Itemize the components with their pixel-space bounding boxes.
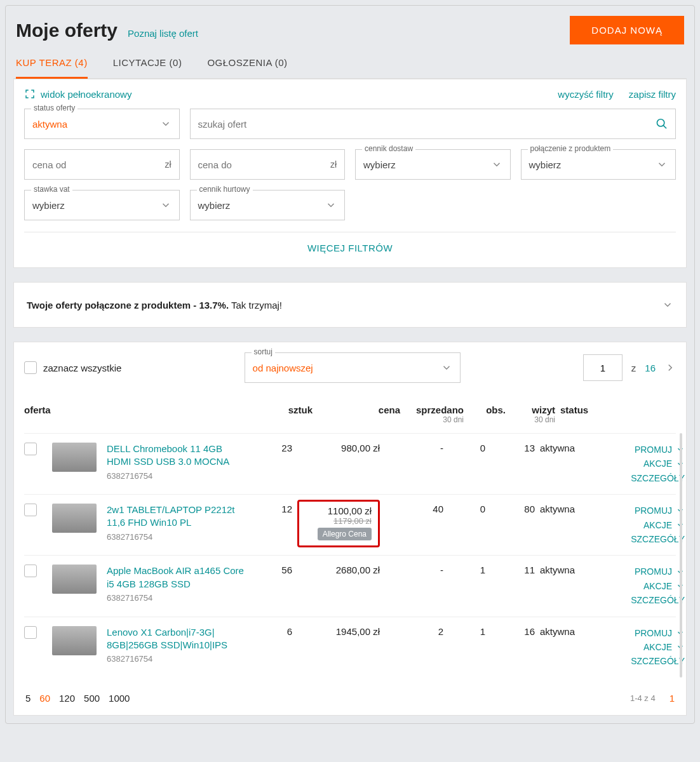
promote-action[interactable]: PROMUJ [609, 443, 685, 457]
offer-title-link[interactable]: 2w1 TABLET/LAPTOP P2212t 11,6 FHD Win10 … [107, 504, 246, 530]
offer-title-link[interactable]: Lenovo X1 Carbon|i7-3G| 8GB|256GB SSD|Wi… [107, 626, 246, 652]
chevron-down-icon [441, 362, 452, 373]
tabs: KUP TERAZ (4) LICYTACJE (0) OGŁOSZENIA (… [13, 51, 687, 79]
currency-suffix: zł [330, 159, 337, 170]
per-page-option[interactable]: 120 [59, 693, 75, 704]
header-left: Moje oferty Poznaj listę ofert [16, 20, 198, 41]
filter-grid: status oferty aktywna zł zł cennik dosta… [24, 109, 676, 220]
per-page-option[interactable]: 500 [84, 693, 100, 704]
offer-title-link[interactable]: DELL Chromebook 11 4GB HDMI SSD USB 3.0 … [107, 443, 246, 469]
row-checkbox[interactable] [24, 443, 37, 455]
col-sold: sprzedano30 dni [405, 404, 464, 424]
actions-menu[interactable]: AKCJE [609, 457, 685, 471]
price-from-input[interactable] [32, 159, 165, 170]
details-action[interactable]: SZCZEGÓŁY [609, 471, 685, 485]
table-body: DELL Chromebook 11 4GB HDMI SSD USB 3.0 … [24, 433, 676, 678]
select-all-checkbox[interactable] [24, 361, 37, 374]
fullscreen-toggle[interactable]: widok pełnoekranowy [24, 88, 131, 100]
page-sep: z [631, 363, 636, 373]
search-icon[interactable] [656, 117, 668, 130]
table-row: Apple MacBook AIR a1465 Core i5 4GB 128G… [24, 555, 676, 616]
chevron-down-icon [325, 199, 337, 211]
vat-label: stawka vat [31, 185, 72, 194]
row-sold: - [385, 443, 443, 453]
actions-menu[interactable]: AKCJE [609, 640, 685, 654]
page-input[interactable] [583, 354, 623, 381]
row-sold: 40 [385, 504, 443, 514]
offer-id: 6382716754 [107, 654, 246, 664]
row-price: 1945,00 zł [297, 626, 380, 637]
row-status: aktywna [540, 565, 603, 575]
row-qty: 6 [252, 626, 292, 637]
page-root: Moje oferty Poznaj listę ofert DODAJ NOW… [5, 5, 695, 724]
details-action[interactable]: SZCZEGÓŁY [609, 532, 685, 546]
divider [24, 232, 676, 232]
per-page-option[interactable]: 1000 [109, 693, 130, 704]
wholesale-select[interactable]: cennik hurtowy wybierz [190, 190, 346, 220]
col-status: status [560, 404, 624, 415]
filters-panel: widok pełnoekranowy wyczyść filtry zapis… [13, 79, 687, 268]
promote-action[interactable]: PROMUJ [609, 626, 685, 640]
col-visits: wizyt30 dni [511, 404, 555, 424]
row-sold: 2 [385, 626, 443, 637]
details-action[interactable]: SZCZEGÓŁY [609, 593, 685, 607]
row-price: 2680,00 zł [297, 565, 380, 575]
vat-select[interactable]: stawka vat wybierz [24, 190, 180, 220]
chevron-right-icon[interactable] [664, 362, 676, 373]
row-qty: 12 [252, 504, 292, 514]
status-value: aktywna [32, 119, 160, 130]
row-checkbox[interactable] [24, 626, 37, 639]
chevron-down-icon [656, 159, 668, 170]
range-info: 1-4 z 4 [630, 693, 656, 703]
row-sold: - [385, 565, 443, 575]
save-filters-link[interactable]: zapisz filtry [629, 89, 676, 100]
price-from-field[interactable]: zł [24, 149, 180, 180]
offer-id: 6382716754 [107, 532, 246, 542]
clear-filters-link[interactable]: wyczyść filtry [558, 89, 614, 100]
per-page-selector: 5601205001000 [25, 693, 130, 704]
price-to-input[interactable] [198, 159, 330, 170]
promote-action[interactable]: PROMUJ [609, 565, 685, 578]
page-title: Moje oferty [16, 20, 118, 41]
tab-buy-now[interactable]: KUP TERAZ (4) [16, 51, 88, 79]
price-to-field[interactable]: zł [190, 149, 346, 180]
offer-id: 6382716754 [107, 593, 246, 603]
per-page-option[interactable]: 60 [39, 693, 50, 704]
chevron-down-icon [160, 199, 172, 211]
tab-ads[interactable]: OGŁOSZENIA (0) [207, 51, 287, 78]
status-field-label: status oferty [31, 104, 77, 112]
table-header: oferta sztuk cena sprzedano30 dni obs. w… [24, 394, 676, 433]
sort-select[interactable]: sortuj od najnowszej [245, 352, 461, 383]
row-obs: 1 [448, 565, 485, 575]
status-select[interactable]: status oferty aktywna [24, 109, 180, 139]
col-qty: sztuk [272, 404, 313, 415]
add-new-button[interactable]: DODAJ NOWĄ [570, 16, 684, 44]
row-checkbox[interactable] [24, 565, 37, 577]
currency-suffix: zł [165, 159, 171, 170]
learn-offers-link[interactable]: Poznaj listę ofert [128, 28, 198, 39]
delivery-select[interactable]: cennik dostaw wybierz [355, 149, 511, 180]
info-bold: Twoje oferty połączone z produktem - 13.… [27, 300, 229, 311]
per-page-option[interactable]: 5 [25, 693, 30, 704]
info-panel[interactable]: Twoje oferty połączone z produktem - 13.… [13, 282, 687, 328]
promote-action[interactable]: PROMUJ [609, 504, 685, 518]
offer-title-link[interactable]: Apple MacBook AIR a1465 Core i5 4GB 128G… [107, 565, 246, 591]
row-actions: PROMUJ AKCJE SZCZEGÓŁY [609, 565, 685, 607]
wholesale-value: wybierz [198, 200, 326, 211]
chevron-down-icon[interactable] [662, 299, 673, 311]
more-filters-link[interactable]: WIĘCEJ FILTRÓW [24, 239, 676, 256]
product-link-select[interactable]: połączenie z produktem wybierz [521, 149, 676, 180]
tab-auctions[interactable]: LICYTACJE (0) [113, 51, 182, 78]
search-input[interactable] [198, 119, 656, 130]
actions-menu[interactable]: AKCJE [609, 579, 685, 593]
fullscreen-label: widok pełnoekranowy [41, 89, 131, 100]
row-checkbox[interactable] [24, 504, 37, 516]
row-visits: 11 [490, 565, 535, 575]
info-text: Twoje oferty połączone z produktem - 13.… [27, 300, 282, 311]
search-field[interactable] [190, 109, 676, 139]
details-action[interactable]: SZCZEGÓŁY [609, 654, 685, 668]
actions-menu[interactable]: AKCJE [609, 518, 685, 532]
row-actions: PROMUJ AKCJE SZCZEGÓŁY [609, 504, 685, 546]
delivery-label: cennik dostaw [362, 144, 415, 153]
chevron-down-icon [491, 159, 502, 170]
